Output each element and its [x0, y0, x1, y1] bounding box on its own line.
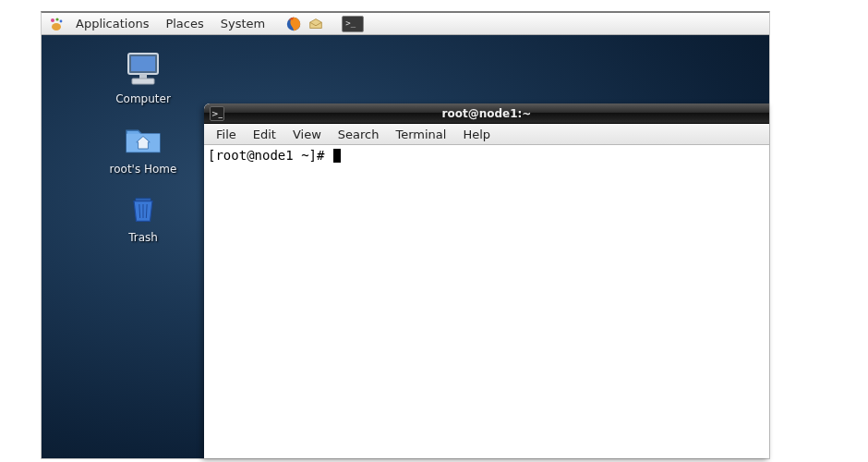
desktop-screen: Applications Places System >_ Computer: [41, 11, 770, 459]
desktop-icon-label: Computer: [115, 92, 171, 105]
firefox-icon[interactable]: [284, 15, 303, 33]
svg-point-2: [60, 19, 63, 22]
trash-icon: [121, 190, 165, 227]
desktop-icon-home[interactable]: root's Home: [97, 122, 189, 176]
terminal-menu-file[interactable]: File: [208, 126, 245, 143]
terminal-menubar: File Edit View Search Terminal Help: [204, 124, 769, 145]
terminal-menu-search[interactable]: Search: [330, 126, 388, 143]
terminal-cursor: [333, 149, 341, 163]
desktop-icon-label: Trash: [128, 231, 158, 244]
terminal-prompt: [root@node1 ~]#: [208, 148, 332, 163]
desktop-icon-computer[interactable]: Computer: [97, 52, 189, 105]
desktop-icon-label: root's Home: [110, 163, 177, 176]
top-panel: Applications Places System >_: [42, 13, 769, 35]
panel-menu-applications[interactable]: Applications: [69, 15, 155, 32]
gnome-foot-icon: [47, 15, 66, 33]
terminal-menu-help[interactable]: Help: [454, 126, 499, 143]
terminal-menu-view[interactable]: View: [284, 126, 330, 143]
svg-rect-7: [139, 74, 147, 79]
terminal-body[interactable]: [root@node1 ~]#: [204, 145, 769, 458]
svg-point-0: [51, 18, 54, 22]
desktop-icon-trash[interactable]: Trash: [97, 190, 189, 244]
terminal-titlebar[interactable]: >_ root@node1:~: [204, 103, 769, 124]
svg-point-1: [55, 18, 58, 20]
computer-icon: [121, 52, 165, 89]
package-updater-icon[interactable]: [307, 15, 325, 33]
terminal-launcher-icon[interactable]: >_: [342, 16, 364, 32]
terminal-window: >_ root@node1:~ File Edit View Search Te…: [204, 103, 769, 458]
terminal-title: root@node1:~: [204, 107, 769, 120]
panel-menu-places[interactable]: Places: [159, 15, 210, 32]
home-folder-icon: [121, 122, 165, 159]
svg-point-3: [52, 23, 61, 30]
panel-menu-system[interactable]: System: [214, 15, 271, 32]
terminal-menu-edit[interactable]: Edit: [245, 126, 284, 143]
terminal-menu-terminal[interactable]: Terminal: [387, 126, 454, 143]
svg-rect-6: [131, 56, 155, 71]
svg-rect-8: [132, 79, 154, 84]
